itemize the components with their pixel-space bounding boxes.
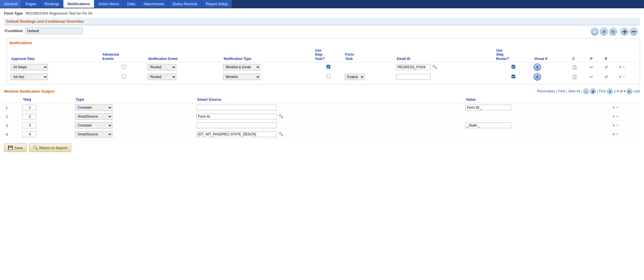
th-use-step-roster: UseStepRoster? (494, 47, 532, 62)
wl-row-num: 1 (4, 103, 20, 112)
approval-step-select[interactable]: All Steps (11, 64, 48, 70)
seq-input[interactable] (22, 114, 36, 119)
add-row-btn[interactable]: + (619, 65, 621, 69)
visual-if-btn[interactable]: If (534, 73, 541, 81)
find-link[interactable]: Find (558, 89, 565, 93)
nav-first[interactable]: First (599, 89, 606, 93)
nav-last[interactable]: Last (633, 89, 640, 93)
wl-th-type: Type (73, 96, 195, 103)
th-notification-event: Notification Event (147, 47, 222, 62)
return-to-search-button[interactable]: 🔍 Return to Search (29, 143, 71, 152)
tab-routings[interactable]: Routings (40, 0, 63, 8)
remove-wl-row-btn[interactable]: − (616, 132, 619, 137)
notification-type-select[interactable]: Worklist & Email (223, 64, 260, 70)
visual-if-btn[interactable]: If (534, 63, 541, 71)
remove-wl-row-btn[interactable]: − (616, 114, 619, 119)
worklist-row: 2 Constant SmartSource 🔍 + − (4, 112, 640, 121)
form-task-select[interactable]: Evalua (345, 74, 365, 80)
add-wl-row-btn[interactable]: + (612, 114, 615, 119)
seq-input[interactable] (22, 105, 36, 110)
wl-row-num: 3 (4, 121, 20, 130)
type-select[interactable]: Constant SmartSource (75, 113, 112, 120)
type-select[interactable]: Constant SmartSource (75, 122, 112, 129)
copy-row-icon[interactable]: 📋 (572, 65, 577, 70)
view-all-link[interactable]: View All (568, 89, 580, 93)
tab-notifications[interactable]: Notifications (63, 0, 94, 8)
grid-icon[interactable]: ⊦ (583, 88, 589, 94)
undo-row-icon[interactable]: ↵ (590, 74, 594, 79)
redo-row-icon[interactable]: ↺ (604, 65, 608, 70)
use-step-roster-checkbox[interactable] (512, 65, 515, 69)
notification-type-select[interactable]: Worklist (223, 74, 260, 80)
smart-source-search-icon[interactable]: 🔍 (278, 114, 283, 118)
wl-th-seq: *Seq (20, 96, 73, 103)
type-select[interactable]: Constant SmartSource (75, 131, 112, 137)
advanced-events-checkbox[interactable] (122, 65, 126, 69)
add-wl-row-btn[interactable]: + (612, 105, 615, 110)
remove-icon-btn[interactable]: ➖ (630, 28, 638, 36)
th-visual-if: Visual If (532, 47, 571, 62)
tab-data[interactable]: Data (123, 0, 139, 8)
th-use-step-task: UseStepTask? (313, 47, 344, 62)
return-icon: 🔍 (33, 145, 38, 150)
tab-report-setup[interactable]: Report Setup (202, 0, 232, 8)
email-search-icon[interactable]: 🔍 (432, 65, 437, 69)
condition-label: *Condition (4, 29, 23, 33)
undo-icon-btn[interactable]: ↺ (600, 28, 608, 36)
value-input[interactable] (465, 122, 511, 128)
copy-row-icon[interactable]: 📋 (572, 74, 577, 79)
bottom-bar: 💾 Save 🔍 Return to Search (4, 143, 640, 152)
use-step-task-checkbox[interactable] (327, 75, 330, 78)
email-id-input[interactable] (396, 74, 431, 80)
remove-row-btn[interactable]: − (622, 65, 625, 69)
notif-row: All Steps Routed Worklist & Email 🔍 (9, 62, 637, 72)
add-row-btn[interactable]: + (619, 74, 621, 79)
redo-icon-btn[interactable]: ↻ (609, 28, 617, 36)
worklist-nav: Personalize | Find | View All | ⊦ ▦ | Fi… (537, 88, 640, 94)
tab-pages[interactable]: Pages (22, 0, 40, 8)
add-icon-btn[interactable]: ➕ (620, 28, 629, 36)
smart-source-input[interactable] (196, 105, 277, 110)
approval-step-select[interactable]: Ad Hoc (11, 74, 48, 80)
prev-page-btn[interactable]: ◄ (607, 88, 613, 94)
personalize-link[interactable]: Personalize (537, 89, 555, 93)
save-button[interactable]: 💾 Save (4, 143, 27, 152)
notif-row: Ad Hoc Routed Worklist Evalua (9, 72, 637, 82)
tab-query-records[interactable]: Query Records (168, 0, 202, 8)
worklist-row: 1 Constant SmartSource + − (4, 103, 640, 112)
chart-icon[interactable]: ▦ (590, 88, 596, 94)
tab-attachments[interactable]: Attachments (139, 0, 168, 8)
tab-action-items[interactable]: Action Items (94, 0, 123, 8)
remove-wl-row-btn[interactable]: − (616, 123, 619, 128)
smart-source-input[interactable] (196, 122, 277, 128)
tab-general[interactable]: General (0, 0, 22, 8)
condition-input[interactable] (25, 28, 83, 34)
worklist-row: 3 Constant SmartSource + − (4, 121, 640, 130)
notification-event-select[interactable]: Routed (148, 74, 176, 80)
add-wl-row-btn[interactable]: + (612, 123, 615, 128)
seq-input[interactable] (22, 131, 36, 137)
type-select[interactable]: Constant SmartSource (75, 104, 112, 111)
advanced-events-checkbox[interactable] (122, 75, 126, 78)
tabs-bar: GeneralPagesRoutingsNotificationsAction … (0, 0, 644, 8)
use-step-task-checkbox[interactable] (327, 65, 330, 69)
undo-row-icon[interactable]: ↵ (590, 65, 594, 70)
remove-row-btn[interactable]: − (622, 74, 625, 79)
th-actions (618, 47, 637, 62)
save-icon: 💾 (8, 145, 13, 150)
value-input[interactable] (465, 105, 511, 110)
redo-row-icon[interactable]: ↺ (604, 74, 608, 79)
smart-source-search-icon[interactable]: 🔍 (278, 132, 283, 136)
email-id-input[interactable] (396, 64, 431, 70)
next-page-btn[interactable]: ► (627, 88, 632, 94)
use-step-roster-checkbox[interactable] (512, 75, 515, 78)
form-type-value: REGRESS04 Regression Test for Fix 04 (26, 11, 92, 15)
copy-icon-btn[interactable]: 📋 (591, 28, 599, 36)
seq-input[interactable] (22, 122, 36, 128)
smart-source-input[interactable] (196, 114, 277, 119)
remove-wl-row-btn[interactable]: − (616, 105, 619, 110)
th-advanced-events: AdvancedEvents (101, 47, 147, 62)
smart-source-input[interactable] (196, 131, 277, 137)
add-wl-row-btn[interactable]: + (612, 132, 615, 137)
notification-event-select[interactable]: Routed (148, 64, 176, 70)
